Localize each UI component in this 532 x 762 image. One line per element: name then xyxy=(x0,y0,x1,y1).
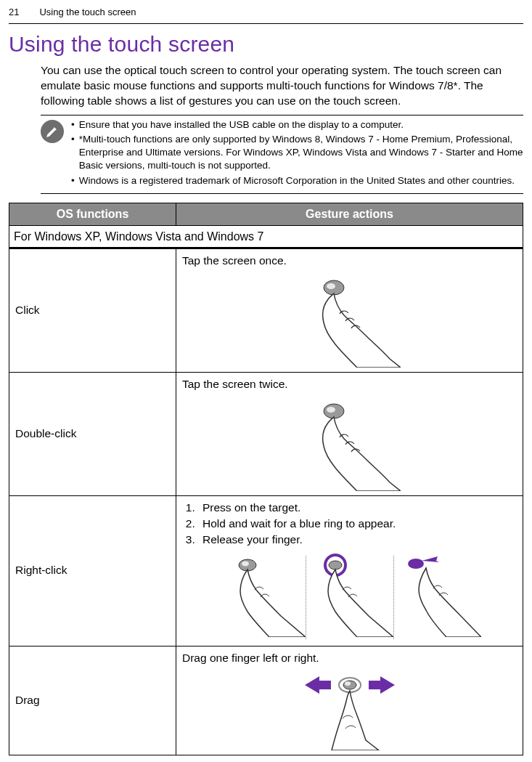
gesture-description: Tap the screen once. xyxy=(182,254,517,269)
hand-tap-icon xyxy=(299,273,401,368)
hand-release-icon xyxy=(394,554,481,637)
note-item: Windows is a registered trademark of Mic… xyxy=(79,174,523,187)
svg-point-13 xyxy=(345,681,351,686)
page-title: Using the touch screen xyxy=(9,30,523,60)
col-gesture-actions: Gesture actions xyxy=(176,203,523,225)
hand-tap-icon xyxy=(299,397,401,491)
arrow-right-icon xyxy=(369,676,395,694)
page-header: 21 Using the touch screen xyxy=(9,0,523,23)
note-item: Ensure that you have installed the USB c… xyxy=(79,118,523,131)
os-function-label: Double-click xyxy=(9,373,176,496)
svg-point-12 xyxy=(343,681,356,689)
gestures-table: OS functions Gesture actions For Windows… xyxy=(9,203,523,755)
os-function-label: Right-click xyxy=(9,495,176,646)
os-function-label: Click xyxy=(9,249,176,373)
svg-point-5 xyxy=(242,561,249,566)
svg-marker-9 xyxy=(305,676,331,694)
table-row: Click Tap the screen once. xyxy=(9,249,523,373)
section-heading: For Windows XP, Windows Vista and Window… xyxy=(9,226,523,249)
intro-paragraph: You can use the optical touch screen to … xyxy=(41,63,523,109)
hand-drag-icon xyxy=(270,670,430,750)
step-item: Hold and wait for a blue ring to appear. xyxy=(198,516,517,532)
page-number: 21 xyxy=(9,6,19,19)
note-list: •Ensure that you have installed the USB … xyxy=(71,118,523,189)
table-row: Drag Drag one finger left or right. xyxy=(9,646,523,755)
hand-press-icon xyxy=(218,554,306,637)
table-row: Double-click Tap the screen twice. xyxy=(9,373,523,496)
svg-point-3 xyxy=(327,407,335,413)
note-box: •Ensure that you have installed the USB … xyxy=(41,115,523,194)
gesture-description: Tap the screen twice. xyxy=(182,377,517,392)
table-row: Right-click Press on the target. Hold an… xyxy=(9,495,523,646)
step-item: Press on the target. xyxy=(198,500,517,516)
pencil-icon xyxy=(41,120,64,143)
gesture-description: Drag one finger left or right. xyxy=(182,651,517,666)
header-rule xyxy=(9,23,523,24)
note-item: *Multi-touch functions are only supporte… xyxy=(79,133,523,173)
svg-marker-10 xyxy=(369,676,395,694)
gesture-steps: Press on the target. Hold and wait for a… xyxy=(198,500,517,548)
os-function-label: Drag xyxy=(9,646,176,755)
running-title: Using the touch screen xyxy=(39,6,136,19)
hand-hold-ring-icon xyxy=(306,554,393,637)
svg-point-8 xyxy=(408,559,424,569)
svg-point-1 xyxy=(327,283,335,289)
col-os-functions: OS functions xyxy=(9,203,176,225)
arrow-left-icon xyxy=(305,676,331,694)
svg-point-7 xyxy=(329,561,342,570)
step-item: Release your finger. xyxy=(198,532,517,548)
